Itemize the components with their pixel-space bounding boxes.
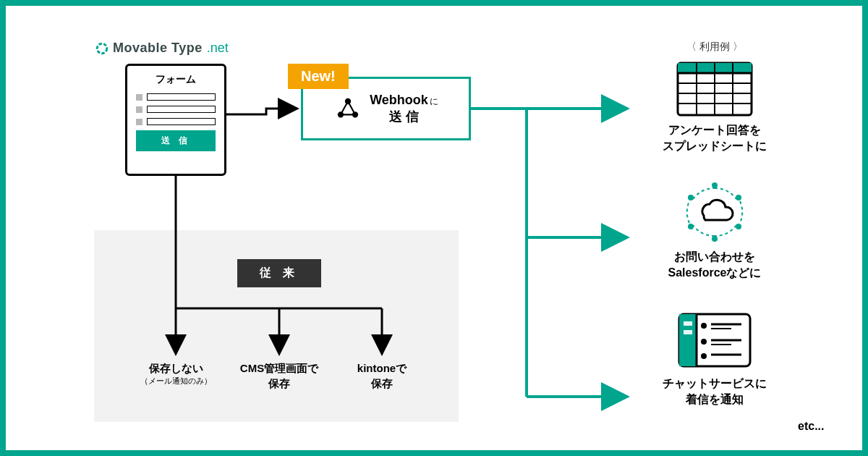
svg-point-28 <box>701 339 707 345</box>
svg-rect-23 <box>684 321 692 326</box>
usage-examples-header: 〈 利用例 〉 <box>635 41 794 54</box>
form-title: フォーム <box>136 73 216 86</box>
svg-point-17 <box>712 236 718 242</box>
usecase-spreadsheet: アンケート回答を スプレッドシートに <box>635 60 794 155</box>
form-field-row <box>136 106 216 113</box>
form-field-row <box>136 118 216 125</box>
svg-point-0 <box>97 43 107 54</box>
svg-point-19 <box>688 195 694 200</box>
svg-point-25 <box>701 323 707 329</box>
svg-point-14 <box>712 182 718 188</box>
diagram-frame: Movable Type .net フォーム 送 信 New! Webhookに… <box>0 0 868 456</box>
legacy-option: CMS管理画面で 保存 <box>221 360 337 391</box>
webhook-label: Webhookに 送 信 <box>370 92 438 126</box>
spreadsheet-icon <box>675 60 754 118</box>
usecase-caption: チャットサービスに 着信を通知 <box>635 376 794 408</box>
cloud-icon <box>675 180 754 245</box>
etc-label: etc... <box>798 420 824 433</box>
usecase-chat: チャットサービスに 着信を通知 <box>635 310 794 408</box>
webhook-icon <box>333 94 362 123</box>
svg-rect-24 <box>684 330 692 334</box>
logo-suffix: .net <box>207 41 229 56</box>
logo-icon <box>95 42 109 55</box>
product-logo: Movable Type .net <box>95 41 229 56</box>
logo-brand-text: Movable Type <box>113 41 203 56</box>
legacy-option: kintoneで 保存 <box>324 360 440 391</box>
usecase-caption: お問い合わせを Salesforceなどに <box>635 249 794 282</box>
legacy-option: 保存しない （メール通知のみ） <box>118 360 234 387</box>
usecase-salesforce: お問い合わせを Salesforceなどに <box>635 180 794 282</box>
svg-point-15 <box>736 195 741 200</box>
svg-point-18 <box>688 224 694 229</box>
usecase-caption: アンケート回答を スプレッドシートに <box>635 122 794 155</box>
chat-app-icon <box>675 310 754 371</box>
form-sample-card: フォーム 送 信 <box>125 64 226 176</box>
new-badge: New! <box>288 64 349 89</box>
form-submit-button: 送 信 <box>136 130 216 151</box>
form-field-row <box>136 93 216 101</box>
svg-point-31 <box>701 353 707 359</box>
conventional-label: 従 来 <box>237 259 321 287</box>
svg-point-16 <box>736 224 741 229</box>
